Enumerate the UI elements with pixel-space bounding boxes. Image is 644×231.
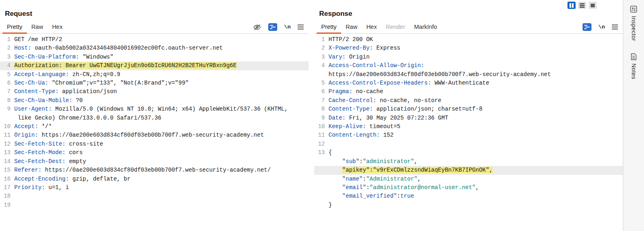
code-segment: Sec-Ch-Ua-Mobile: [14,97,72,104]
line-number: 11 [314,131,325,139]
code-segment: , [475,184,479,191]
code-text: https://0ae200e603d834cf80df03eb00b700f7… [329,70,551,79]
code-text: Vary: Origin [329,53,370,61]
line-number: 1 [0,35,11,44]
code-line: 13{ [314,148,623,157]
response-tab-hex[interactable]: Hex [362,21,381,34]
code-line: 5Accept-Language: zh-CN,zh;q=0.9 [0,70,309,79]
code-segment: Authorization: Bearer UwGTJNEUgrJjuEn9o6… [14,62,237,69]
code-segment: , [414,158,417,165]
code-text: GET /me HTTP/2 [14,35,62,44]
line-number: 13 [314,148,325,157]
code-segment: User-Agent: [14,106,52,112]
line-number [314,70,325,79]
code-segment [329,176,342,182]
menu-icon[interactable] [298,24,304,30]
code-line: 6Pragma: no-cache [314,87,623,96]
code-line: 14Sec-Fetch-Dest: empty [0,157,309,166]
sidebar-item-notes[interactable]: Notes [631,53,637,79]
code-segment: { [329,149,332,156]
code-segment: Cache-Control: [329,97,377,104]
code-segment: https://0ae200e603d834cf80df03eb00b700f7… [38,132,264,138]
code-text: "apikey":"v9rExCDmlzzsndWiaqEyBn7KB7IPGn… [329,166,493,174]
request-tab-hex[interactable]: Hex [48,21,67,34]
code-segment [329,158,342,165]
newline-icon[interactable]: \n [284,24,291,30]
right-sidebar: Inspector Notes [623,0,644,231]
code-segment: "name" [342,176,363,182]
columns-layout-button[interactable] [567,2,576,9]
single-layout-button[interactable] [589,2,597,9]
newline-icon[interactable]: \n [598,24,605,30]
code-text: Priority: u=1, i [14,183,69,192]
pretty-print-icon[interactable] [268,23,277,31]
code-line: 10Keep-Alive: timeout=5 [314,122,623,131]
line-number [314,166,325,174]
sidebar-item-inspector[interactable]: Inspector [630,6,637,41]
code-segment: Origin [346,54,370,60]
response-editor[interactable]: 1HTTP/2 200 OK2X-Powered-By: Express3Var… [314,34,623,231]
code-text: X-Powered-By: Express [329,44,400,52]
code-line: "apikey":"v9rExCDmlzzsndWiaqEyBn7KB7IPGn… [314,166,623,174]
code-text: "email_verified":true [329,192,414,200]
code-line: 11Content-Length: 152 [314,131,623,139]
code-text: Origin: https://0ae200e603d834cf80df03eb… [14,131,264,139]
code-segment: "administrator" [363,158,414,165]
code-line: 18 [0,192,309,200]
code-text: Accept-Language: zh-CN,zh;q=0.9 [14,70,120,79]
code-text: Referer: https://0ae200e603d834cf80df03e… [14,166,271,174]
line-number: 6 [0,79,11,87]
code-segment: Content-Type: [329,106,373,112]
request-tab-row: PrettyRawHex \n [0,21,309,34]
code-line: 12 [314,140,623,148]
response-tab-render[interactable]: Render [381,21,410,34]
code-segment: Access-Control-Allow-Origin: [329,62,424,69]
burp-message-viewer: Request PrettyRawHex \n 1GET /me HTTP/22… [0,0,644,231]
request-tab-raw[interactable]: Raw [27,21,48,34]
rows-layout-button[interactable] [578,2,586,9]
menu-icon[interactable] [612,24,618,30]
code-line: 8Content-Type: application/json; charset… [314,105,623,113]
code-line: 6Sec-Ch-Ua: "Chromium";v="133", "Not(A:B… [0,79,309,87]
code-segment: oauth-0ab5002a032434648040016902ec00fc.o… [31,45,223,51]
request-editor[interactable]: 1GET /me HTTP/22Host: oauth-0ab5002a0324… [0,34,309,231]
code-segment: cross-site [66,141,103,147]
response-panel: Response PrettyRawHexRenderMarkInfo \n 1… [314,0,623,231]
line-number: 7 [314,96,325,105]
line-number: 9 [314,114,325,122]
line-number: 5 [0,70,11,79]
code-segment: "apikey":"v9rExCDmlzzsndWiaqEyBn7KB7IPGn… [342,167,493,173]
code-text: Sec-Fetch-Dest: empty [14,157,86,166]
code-segment: Content-Length: [329,132,380,138]
code-segment: cors [66,149,83,156]
code-line: 4Authorization: Bearer UwGTJNEUgrJjuEn9o… [0,61,309,70]
window-layout-controls [567,2,597,9]
pretty-print-icon[interactable] [583,23,591,31]
code-segment: Access-Control-Expose-Headers: [329,80,431,86]
code-line: 7Content-Type: application/json [0,87,309,96]
code-segment: timeout=5 [366,123,400,130]
line-number: 2 [0,44,11,52]
code-text: Pragma: no-cache [329,87,383,96]
code-text: Access-Control-Allow-Origin: [329,61,424,70]
response-tab-markinfo[interactable]: MarkInfo [410,21,441,34]
line-number: 17 [0,183,11,192]
code-segment: Sec-Ch-Ua-Platform: [14,54,79,60]
response-tab-raw[interactable]: Raw [341,21,362,34]
code-segment [329,167,342,173]
code-line: } [314,201,623,209]
code-segment: } [329,202,332,208]
sidebar-item-label: Notes [631,63,637,79]
response-editor-toolbar: \n [583,21,618,33]
line-number [314,201,325,209]
eye-slash-icon[interactable] [253,24,261,31]
code-line: 3Sec-Ch-Ua-Platform: "Windows" [0,53,309,61]
inspector-icon [630,6,637,13]
code-segment: "sub" [342,158,359,165]
response-tab-pretty[interactable]: Pretty [317,21,341,34]
request-tab-pretty[interactable]: Pretty [2,21,27,34]
code-segment: no-cache, no-store [377,97,442,104]
code-text: Host: oauth-0ab5002a032434648040016902ec… [14,44,223,52]
code-text: { [329,148,332,157]
code-line: 15Referer: https://0ae200e603d834cf80df0… [0,166,309,174]
